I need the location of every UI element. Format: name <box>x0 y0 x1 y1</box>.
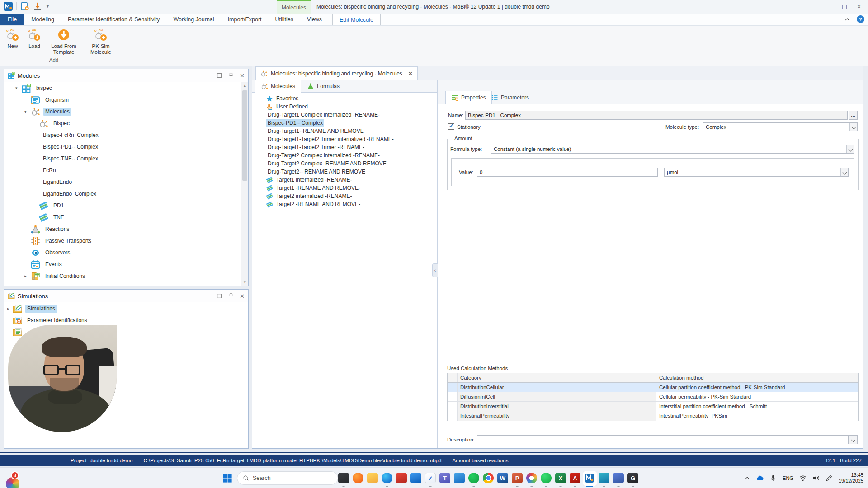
list-item[interactable]: Drug-Target1-Target2 Trimer -RENAME- <box>252 143 437 151</box>
pin-panel-icon[interactable] <box>228 72 234 79</box>
minimize-button[interactable]: – <box>823 1 837 12</box>
taskbar-app-excel-icon[interactable]: X <box>553 468 568 488</box>
chevron-down-icon[interactable] <box>849 123 857 131</box>
taskbar-app-office-hub-icon[interactable] <box>394 468 409 488</box>
tree-item-reactions[interactable]: Reactions <box>5 223 241 235</box>
taskbar-app-file-explorer-icon[interactable] <box>365 468 380 488</box>
expander-closed-icon[interactable]: ▸ <box>24 274 31 278</box>
tree-item-initial-conditions[interactable]: ▸Initial Conditions <box>5 270 241 282</box>
list-item[interactable]: Drug-Target2-- RENAME AND REMOVE <box>252 168 437 176</box>
taskbar-app-todo-icon[interactable]: ✓ <box>423 468 438 488</box>
tree-item-passive-transports[interactable]: Passive Transports <box>5 235 241 247</box>
taskbar-search[interactable]: Search <box>237 471 338 485</box>
microphone-icon[interactable] <box>769 474 777 482</box>
taskbar-app-photos-icon[interactable] <box>524 468 539 488</box>
unit-dropdown[interactable]: µmol <box>664 168 849 177</box>
tree-item-ligandendo[interactable]: LigandEndo <box>5 176 241 188</box>
list-item[interactable]: Target2 internalized -RENAME- <box>252 192 437 200</box>
menu-parameter-identification[interactable]: Parameter Identification & Sensitivity <box>61 14 167 25</box>
tree-item-ligandendo-complex[interactable]: LigandEndo_Complex <box>5 188 241 200</box>
taskbar-app-teams-icon[interactable]: T <box>438 468 452 488</box>
maximize-panel-icon[interactable] <box>216 72 222 79</box>
chevron-down-icon[interactable] <box>849 436 857 444</box>
taskbar-app-spotify-icon[interactable] <box>467 468 481 488</box>
windows-start-button[interactable] <box>222 473 232 483</box>
scroll-down-icon[interactable]: ▼ <box>241 279 248 286</box>
scroll-up-icon[interactable]: ▲ <box>241 82 248 89</box>
table-row[interactable]: DistributionCellularCellular partition c… <box>448 383 858 392</box>
name-field[interactable]: Bispec-PD1-- Complex <box>465 111 848 120</box>
tree-item-pd1[interactable]: PD1 <box>5 200 241 211</box>
help-icon[interactable]: ? <box>857 15 864 23</box>
volume-icon[interactable] <box>812 474 820 482</box>
menu-working-journal[interactable]: Working Journal <box>166 14 221 25</box>
column-header-category[interactable]: Category <box>458 373 656 382</box>
list-item[interactable]: User Defined <box>252 103 437 111</box>
taskbar-app-word-icon[interactable]: W <box>495 468 510 488</box>
pin-panel-icon[interactable] <box>228 293 234 299</box>
menu-utilities[interactable]: Utilities <box>269 14 300 25</box>
ribbon-button-pk-sim-molecule[interactable]: OOHPK-Sim Molecule <box>82 28 119 56</box>
table-row[interactable]: IntestinalPermeabilityIntestinalPermeabi… <box>448 411 858 421</box>
tree-item-bispec-pd1-complex[interactable]: Bispec-PD1-- Complex <box>5 141 241 153</box>
description-expand-button[interactable] <box>849 435 858 444</box>
sim-item-parameter-identifications[interactable]: Parameter Identifications <box>5 314 248 326</box>
document-tab[interactable]: Molecules: bispecific binding and recycl… <box>255 66 418 80</box>
new-project-icon[interactable] <box>20 2 29 11</box>
taskbar-app-whatsapp-icon[interactable] <box>539 468 553 488</box>
table-row[interactable]: DiffusionIntCellCellular permeability - … <box>448 392 858 402</box>
notification-badge[interactable]: 3 <box>11 471 19 479</box>
modules-scrollbar[interactable]: ▲ ▼ <box>241 82 248 286</box>
customize-toolbar-icon[interactable]: ▼ <box>46 4 50 9</box>
list-item[interactable]: Drug-Target2 Complex internalized -RENAM… <box>252 151 437 160</box>
tree-item-observers[interactable]: Observers <box>5 247 241 258</box>
tree-item-events[interactable]: Events <box>5 258 241 270</box>
tree-item-molecules[interactable]: ▾Molecules <box>5 106 241 117</box>
description-field[interactable] <box>477 435 849 444</box>
tab-molecules[interactable]: Molecules <box>255 80 301 93</box>
maximize-panel-icon[interactable] <box>216 293 222 299</box>
save-icon[interactable] <box>33 2 42 11</box>
close-tab-icon[interactable]: ✕ <box>408 70 413 77</box>
collapse-ribbon-icon[interactable] <box>844 16 850 23</box>
close-button[interactable]: × <box>852 1 866 12</box>
expander-open-icon[interactable]: ▾ <box>24 109 31 114</box>
maximize-button[interactable]: ▢ <box>837 1 852 12</box>
taskbar-app-chrome-icon[interactable] <box>481 468 495 488</box>
tree-item-bispec-fcrn-complex[interactable]: Bispec-FcRn_Complex <box>5 129 241 141</box>
stationary-checkbox[interactable] <box>448 123 454 130</box>
list-item[interactable]: Bispec-PD1-- Complex <box>252 119 437 127</box>
ribbon-button-new[interactable]: OOHNew <box>2 28 24 50</box>
menu-views[interactable]: Views <box>300 14 329 25</box>
list-item[interactable]: Target1 -RENAME AND REMOVE- <box>252 184 437 192</box>
language-indicator[interactable]: ENG <box>783 475 793 481</box>
expander-open-icon[interactable]: ▾ <box>15 86 22 90</box>
onedrive-icon[interactable] <box>756 474 764 482</box>
name-ellipsis-button[interactable]: ... <box>849 111 858 120</box>
taskbar-app-widgets-icon[interactable] <box>452 468 467 488</box>
menu-import-export[interactable]: Import/Export <box>221 14 269 25</box>
context-tab-molecules[interactable]: Molecules <box>277 0 311 14</box>
list-item[interactable]: Favorites <box>252 94 437 103</box>
taskbar-app-calculator-icon[interactable] <box>611 468 626 488</box>
taskbar-app-github-desktop-icon[interactable]: G <box>626 468 640 488</box>
list-item[interactable]: Drug-Target1 Complex internalized -RENAM… <box>252 111 437 119</box>
chevron-down-icon[interactable] <box>846 145 854 153</box>
taskbar-app-pksim-icon[interactable] <box>597 468 611 488</box>
tree-item-fcrn[interactable]: FcRn <box>5 164 241 176</box>
expander-closed-icon[interactable]: ▸ <box>7 306 13 311</box>
close-panel-icon[interactable]: ✕ <box>240 72 245 79</box>
pen-icon[interactable] <box>826 474 833 482</box>
ribbon-button-load-from-template[interactable]: Load From Template <box>45 28 82 56</box>
close-panel-icon[interactable]: ✕ <box>240 293 245 300</box>
formula-type-dropdown[interactable]: Constant (a single numeric value) <box>491 145 854 154</box>
list-item[interactable]: Drug-Target1-Target2 Trimer internalized… <box>252 135 437 143</box>
table-row[interactable]: DistributionInterstitialInterstitial par… <box>448 402 858 411</box>
taskbar-app-edge-icon[interactable] <box>380 468 394 488</box>
list-item[interactable]: Target2 -RENAME AND REMOVE- <box>252 200 437 208</box>
taskbar-app-outlook-icon[interactable] <box>409 468 423 488</box>
ribbon-button-load[interactable]: OOHLoad <box>24 28 45 50</box>
chevron-down-icon[interactable] <box>840 168 848 176</box>
scrollbar-thumb[interactable] <box>242 90 247 181</box>
tab-parameters[interactable]: Parameters <box>485 91 535 104</box>
